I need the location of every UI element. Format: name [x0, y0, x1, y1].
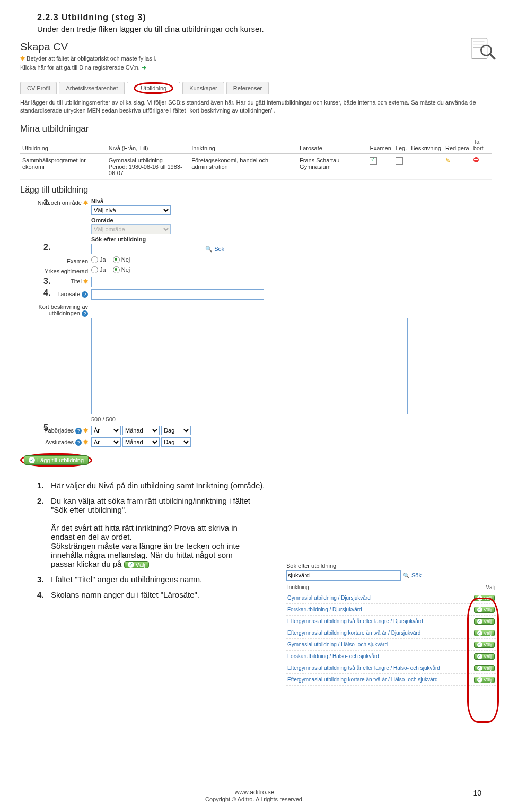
examen-nej[interactable]: Nej	[113, 256, 130, 263]
tab-utbildning[interactable]: Utbildning	[127, 82, 180, 94]
beskrivning-textarea[interactable]	[91, 318, 408, 414]
info-icon[interactable]: ?	[75, 428, 82, 434]
list-item: Forskarutbildning / Djursjukvård✓Välj	[286, 604, 496, 616]
paborj-dag[interactable]: Dag	[161, 426, 191, 435]
page-footer: www.aditro.se Copyright © Aditro. All ri…	[0, 789, 509, 802]
list-item: Eftergymnasial utbildning två år eller l…	[286, 616, 496, 627]
col-beskrivning: Beskrivning	[409, 136, 443, 154]
add-education-highlight: ✓ Lägg till utbildning	[20, 453, 92, 467]
page-title: Skapa CV	[20, 38, 492, 54]
col-leg: Leg.	[393, 136, 409, 154]
delete-icon[interactable]	[473, 157, 479, 162]
search-icon[interactable]: 🔍	[205, 246, 213, 253]
list-item: Eftergymnasial utbildning två år eller l…	[286, 662, 496, 674]
list-item: Gymnasial utbildning / Hälso- och sjukvå…	[286, 639, 496, 651]
avslut-dag[interactable]: Dag	[161, 437, 191, 447]
section-subtitle: Under den tredje fliken lägger du till d…	[37, 22, 472, 33]
valj-button-inline[interactable]: ✓Välj	[124, 561, 149, 568]
list-item: Gymnasial utbildning / Djursjukvård✓Välj	[286, 592, 496, 604]
sok-utbildning-input[interactable]	[91, 244, 200, 254]
tab-bar: CV-Profil Arbetslivserfarenhet Utbildnin…	[20, 82, 492, 94]
omrade-select[interactable]: Välj område	[91, 224, 171, 234]
avslut-man[interactable]: Månad	[122, 437, 160, 447]
tab-referenser[interactable]: Referenser	[226, 82, 269, 94]
callout-1: 1.	[43, 198, 50, 208]
tab-arbetsliv[interactable]: Arbetslivserfarenhet	[59, 82, 125, 94]
step-num-2: 2.	[37, 496, 51, 568]
table-row: Sammhällsprogramet inr ekonomi Gymnasial…	[20, 153, 492, 179]
niva-select[interactable]: Välj nivå	[91, 205, 171, 215]
add-education-button[interactable]: ✓ Lägg till utbildning	[24, 455, 89, 465]
plus-icon: ✓	[29, 457, 35, 463]
niva-label: Nivå	[91, 198, 224, 205]
info-icon[interactable]: ?	[82, 310, 88, 317]
titel-input[interactable]	[91, 277, 264, 287]
list-item: Eftergymnasial utbildning kortare än två…	[286, 674, 496, 686]
avslut-ar[interactable]: År	[91, 437, 121, 447]
callout-5: 5.	[43, 423, 50, 433]
col-utbildning: Utbildning	[20, 136, 107, 154]
search-icon[interactable]: 🔍	[403, 573, 409, 578]
step-text-2: Du kan välja att söka fram rätt utbildni…	[51, 496, 252, 568]
callout-3: 3.	[43, 277, 50, 286]
tab-kunskaper[interactable]: Kunskaper	[182, 82, 224, 94]
tab-cvprofil[interactable]: CV-Profil	[20, 82, 57, 94]
col-redigera: Redigera	[443, 136, 471, 154]
larosate-input[interactable]	[91, 289, 264, 300]
yrkleg-ja[interactable]: Ja	[91, 266, 106, 273]
section-heading: 2.2.3 Utbildning (steg 3)	[37, 13, 472, 22]
step-num-4: 4.	[37, 590, 51, 599]
arrow-icon: ➔	[142, 64, 146, 71]
paborj-man[interactable]: Månad	[122, 426, 160, 435]
info-icon[interactable]: ?	[75, 439, 82, 446]
my-educations-title: Mina utbildningar	[20, 122, 492, 136]
add-education-title: Lägg till utbildning	[20, 180, 492, 197]
col-examen: Examen	[367, 136, 393, 154]
col-tabort: Ta bort	[471, 136, 492, 154]
step-num-1: 1.	[37, 481, 51, 490]
sok-panel-title: Sök efter utbildning	[286, 563, 496, 570]
callout-2: 2.	[43, 243, 50, 252]
step-text-1: Här väljer du Nivå på din utbildning sam…	[51, 481, 472, 490]
sok-link[interactable]: Sök	[214, 246, 224, 252]
sok-panel-input[interactable]	[286, 570, 401, 581]
col-inriktning: Inriktning	[286, 583, 468, 592]
sok-utbildning-label: Sök efter utbildning	[91, 234, 224, 244]
callout-4: 4.	[43, 288, 50, 298]
col-niva: Nivå (Från, Till)	[107, 136, 189, 154]
educations-table: Utbildning Nivå (Från, Till) Inriktning …	[20, 136, 492, 180]
svg-line-5	[490, 54, 495, 59]
tab-description: Här lägger du till utbildningsmeriter av…	[20, 94, 492, 122]
col-inriktning: Inriktning	[189, 136, 297, 154]
sok-results-panel: Sök efter utbildning 🔍 Sök InriktningVäl…	[286, 563, 496, 686]
step-num-3: 3.	[37, 575, 51, 584]
list-item: Forskarutbildning / Hälso- och sjukvård✓…	[286, 651, 496, 662]
registered-cv-link[interactable]: Klicka här för att gå till Dina registre…	[20, 63, 492, 72]
edit-icon[interactable]: ✎	[445, 157, 450, 163]
list-item: Eftergymnasial utbildning kortare än två…	[286, 627, 496, 639]
examen-check	[370, 157, 377, 165]
magnifier-icon	[468, 34, 497, 65]
sok-panel-button[interactable]: Sök	[411, 572, 422, 578]
examen-ja[interactable]: Ja	[91, 256, 106, 263]
yrkleg-nej[interactable]: Nej	[113, 266, 130, 273]
paborj-ar[interactable]: År	[91, 426, 121, 435]
col-larosate: Lärosäte	[297, 136, 367, 154]
char-counter: 500 / 500	[91, 414, 492, 422]
leg-check	[396, 157, 403, 165]
valj-column-highlight	[467, 598, 499, 723]
mandatory-hint: ✱ Betyder att fältet är obligatoriskt oc…	[20, 54, 492, 63]
info-icon[interactable]: ?	[82, 291, 88, 298]
omrade-label: Område	[91, 215, 224, 224]
col-valj: Välj	[468, 583, 496, 592]
page-number: 10	[473, 789, 481, 797]
